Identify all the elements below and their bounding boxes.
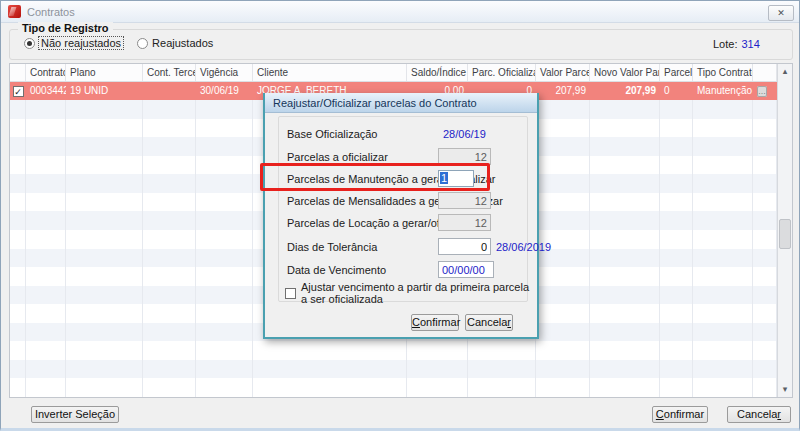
parcelas-oficializar-label: Parcelas a oficializar (287, 151, 388, 163)
parcelas-mensalidades-input (438, 192, 491, 209)
cell-vigencia: 30/06/19 (196, 82, 253, 100)
parcelas-oficializar-input (438, 148, 491, 165)
radio-icon (137, 38, 148, 49)
scrollbar-thumb[interactable] (779, 219, 791, 249)
tolerancia-date-value: 28/06/2019 (496, 241, 551, 253)
close-icon[interactable]: ✕ (768, 5, 794, 21)
dias-tolerancia-label: Dias de Tolerância (287, 241, 377, 253)
cell-tipo-contrato: Manutenção (693, 82, 753, 100)
checkbox-icon (285, 288, 296, 299)
lote-value: 314 (741, 38, 759, 50)
ajustar-vencimento-checkbox[interactable]: Ajustar vencimento a partir da primeira … (285, 281, 537, 305)
radio-nao-reajustados[interactable]: Não reajustados (24, 37, 123, 49)
dialog-cancelar-button[interactable]: Cancelar (465, 314, 513, 331)
group-label: Tipo de Registro (18, 22, 113, 34)
table-row-empty[interactable] (10, 341, 777, 360)
base-oficializacao-label: Base Oficialização (287, 128, 378, 140)
cell-valor-parcela: 207,99 (536, 82, 590, 100)
col-tipo-contrato[interactable]: Tipo Contrato (693, 64, 753, 81)
col-plano[interactable]: Plano (66, 64, 143, 81)
col-actions (753, 64, 777, 81)
row-checkbox-checked[interactable]: ✓ (13, 86, 24, 97)
col-valor-parcela[interactable]: Valor Parcela (536, 64, 590, 81)
col-parcelas[interactable]: Parcelas (660, 64, 693, 81)
col-vigencia[interactable]: Vigência (196, 64, 253, 81)
radio-nao-reajustados-label: Não reajustados (39, 37, 123, 49)
col-saldo-indice[interactable]: Saldo/Índice (407, 64, 468, 81)
data-vencimento-input[interactable] (438, 261, 494, 278)
app-icon (8, 5, 21, 18)
lote-indicator: Lote:314 (713, 38, 760, 50)
scroll-up-icon[interactable]: ▴ (778, 64, 792, 79)
window-titlebar: Contratos ✕ (1, 1, 799, 23)
parcelas-locacao-input (438, 214, 491, 231)
col-checkbox (10, 64, 26, 81)
table-header: Contrato Plano Cont. Terceiro Vigência C… (10, 64, 777, 82)
cell-novo-valor-parcela: 207,99 (590, 82, 660, 100)
col-novo-valor-parcela[interactable]: Novo Valor Parcela (590, 64, 660, 81)
dialog-confirmar-button[interactable]: Confirmar (411, 314, 459, 331)
table-row-empty[interactable] (10, 378, 777, 397)
tipo-registro-group: Tipo de Registro Não reajustados Reajust… (9, 29, 793, 60)
table-row-empty[interactable] (10, 360, 777, 379)
cell-parcelas: 0 (660, 82, 693, 100)
base-oficializacao-value: 28/06/19 (443, 128, 486, 140)
footer-confirmar-button[interactable]: Confirmar (652, 406, 708, 423)
col-cliente[interactable]: Cliente (253, 64, 407, 81)
scroll-down-icon[interactable]: ▾ (778, 382, 792, 397)
dias-tolerancia-input[interactable] (438, 238, 491, 255)
row-more-button[interactable]: … (757, 86, 767, 97)
col-cont-terceiro[interactable]: Cont. Terceiro (143, 64, 196, 81)
selected-text: 1 (440, 172, 448, 184)
reajustar-dialog: Reajustar/Oficializar parcelas do Contra… (263, 93, 539, 339)
radio-reajustados[interactable]: Reajustados (137, 37, 213, 49)
radio-reajustados-label: Reajustados (152, 37, 213, 49)
contratos-window: Contratos ✕ Tipo de Registro Não reajust… (0, 0, 800, 431)
window-title: Contratos (27, 6, 75, 18)
inverter-selecao-button[interactable]: Inverter Seleção (31, 406, 119, 423)
cell-plano: 19 UNID (66, 82, 143, 100)
lote-label: Lote: (713, 38, 737, 50)
footer-cancelar-button[interactable]: Cancelar (727, 406, 791, 423)
radio-icon (24, 38, 35, 49)
vertical-scrollbar[interactable]: ▴ ▾ (777, 64, 792, 397)
ajustar-vencimento-label: Ajustar vencimento a partir da primeira … (301, 281, 537, 305)
data-vencimento-label: Data de Vencimento (287, 264, 386, 276)
dialog-title: Reajustar/Oficializar parcelas do Contra… (265, 93, 537, 113)
col-contrato[interactable]: Contrato (26, 64, 66, 81)
parcelas-manutencao-input[interactable]: 1 (438, 170, 474, 187)
cell-contrato: 0003442 (26, 82, 66, 100)
col-parc-oficializadas[interactable]: Parc. Oficializadas (468, 64, 536, 81)
